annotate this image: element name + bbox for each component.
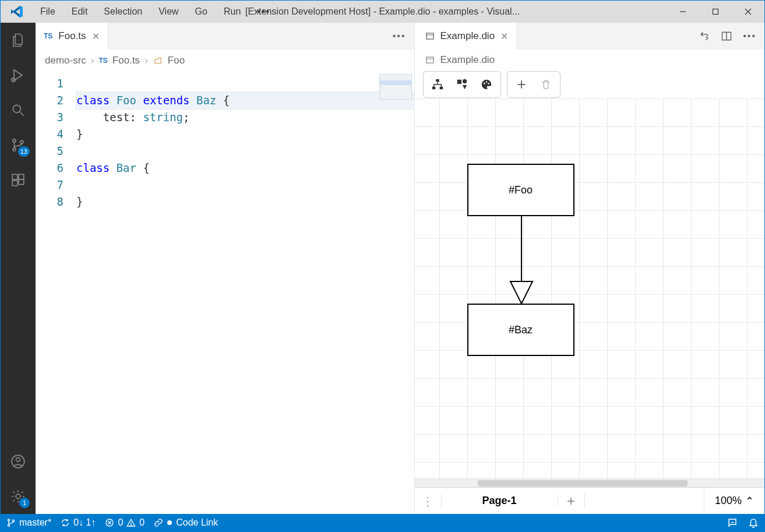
menu-go[interactable]: Go [188,3,214,20]
horizontal-scrollbar[interactable] [415,478,764,487]
svg-point-2 [12,78,15,82]
svg-rect-9 [19,174,24,179]
vscode-logo [1,5,33,19]
chevron-right-icon: › [91,55,94,66]
tab-close-button[interactable]: ✕ [92,31,100,42]
tab-label: Foo.ts [58,30,86,42]
tab-close-button[interactable]: ✕ [500,31,508,42]
status-problems[interactable]: 0 0 [105,517,144,528]
svg-point-3 [13,105,20,112]
window-maximize-button[interactable] [699,1,732,23]
title-bar: File Edit Selection View Go Run ••• [Ext… [1,1,764,23]
files-icon [10,32,26,48]
activity-accounts[interactable] [1,444,36,479]
menu-edit[interactable]: Edit [65,3,95,20]
code-content[interactable]: class Foo extends Baz { test: string; } … [76,72,414,514]
menu-selection[interactable]: Selection [97,3,149,20]
status-branch[interactable]: master* [6,517,51,528]
svg-point-37 [131,524,132,525]
diagram-canvas[interactable]: #Foo #Baz [415,98,764,478]
add-page-button[interactable]: + [558,493,585,509]
diagram-toolbar [415,71,764,98]
hierarchy-icon[interactable] [427,74,448,95]
activity-settings[interactable]: 1 [1,479,36,514]
zoom-control[interactable]: 100% ⌃ [704,488,764,514]
activity-extensions[interactable] [1,163,36,198]
breadcrumb-file[interactable]: Example.dio [440,54,495,66]
breadcrumb-right[interactable]: Example.dio [415,50,764,71]
git-branch-icon [6,518,16,527]
scm-badge: 13 [18,146,30,157]
split-editor-icon[interactable] [721,30,732,42]
window-close-button[interactable] [732,1,764,23]
menu-bar: File Edit Selection View Go Run ••• [33,3,277,20]
editor-actions-overflow[interactable]: ••• [393,31,406,41]
window-controls [667,1,764,23]
status-codelink[interactable]: Code Link [154,517,218,528]
scrollbar-thumb[interactable] [478,480,688,487]
activity-bar: 13 1 [1,23,36,514]
warning-icon [126,518,136,527]
svg-point-13 [16,457,20,461]
editor-group-left: TS Foo.ts ✕ ••• demo-src › TS Foo.ts › F… [36,23,415,514]
chevron-right-icon: › [144,55,148,66]
tab-foo-ts[interactable]: TS Foo.ts ✕ [36,23,108,50]
editor-actions-overflow[interactable]: ••• [743,31,756,41]
window-minimize-button[interactable] [667,1,699,23]
activity-source-control[interactable]: 13 [1,128,36,163]
svg-point-32 [8,519,9,521]
svg-rect-19 [426,57,433,63]
menu-run[interactable]: Run [217,3,248,20]
diagram-node-baz[interactable]: #Baz [467,304,574,356]
status-feedback[interactable] [727,517,738,528]
dot-icon [167,520,172,526]
add-button[interactable] [511,74,532,95]
delete-button[interactable] [535,74,556,95]
svg-point-14 [16,494,20,499]
menu-view[interactable]: View [151,3,185,20]
chevron-up-icon: ⌃ [745,495,754,508]
page-tab[interactable]: Page-1 [442,495,558,507]
activity-explorer[interactable] [1,23,36,58]
breadcrumb-root[interactable]: demo-src [45,55,86,66]
page-menu-button[interactable]: ⋮ [415,494,442,508]
svg-point-7 [20,140,23,143]
svg-point-28 [488,83,489,84]
shapes-icon[interactable] [452,74,473,95]
minimap[interactable] [379,74,412,100]
activity-search[interactable] [1,93,36,128]
svg-point-34 [12,520,14,522]
svg-rect-15 [426,33,433,39]
preview-icon [425,55,435,65]
breadcrumb-left[interactable]: demo-src › TS Foo.ts › Foo [36,50,414,72]
tab-example-dio[interactable]: Example.dio ✕ [415,23,517,50]
settings-badge: 1 [19,498,30,508]
link-icon [154,518,163,527]
tabs-right: Example.dio ✕ ••• [415,23,764,50]
activity-run-debug[interactable] [1,58,36,93]
status-sync[interactable]: 0↓ 1↑ [61,517,96,528]
svg-rect-10 [12,181,17,186]
palette-icon[interactable] [476,74,497,95]
status-notifications[interactable] [748,517,759,528]
breadcrumb-symbol[interactable]: Foo [168,55,185,66]
search-icon [10,103,26,118]
error-icon [105,518,114,527]
svg-point-27 [485,81,487,83]
tab-label: Example.dio [440,30,495,42]
svg-point-26 [484,83,485,84]
diagram-node-foo[interactable]: #Foo [467,164,574,216]
diagram-edge[interactable] [519,216,524,306]
ts-file-icon: TS [99,57,108,65]
svg-point-33 [8,524,9,526]
svg-rect-22 [432,87,435,90]
svg-rect-8 [12,174,17,179]
compare-changes-icon[interactable] [699,30,710,42]
sync-icon [61,518,70,527]
svg-rect-24 [457,80,461,84]
node-label: #Baz [509,324,533,336]
menu-file[interactable]: File [33,3,62,20]
breadcrumb-file[interactable]: Foo.ts [112,55,140,66]
svg-rect-1 [713,9,718,15]
code-editor[interactable]: 1 2 3 4 5 6 7 8 class Foo extends Baz { … [36,72,414,514]
